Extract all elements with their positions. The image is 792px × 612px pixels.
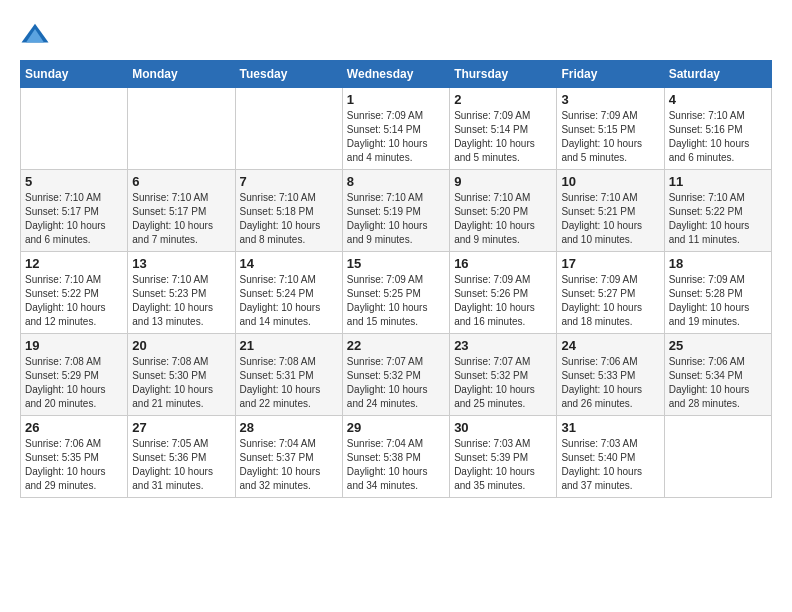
- day-info: Sunrise: 7:09 AM Sunset: 5:14 PM Dayligh…: [454, 109, 552, 165]
- calendar-cell: 24Sunrise: 7:06 AM Sunset: 5:33 PM Dayli…: [557, 334, 664, 416]
- day-info: Sunrise: 7:08 AM Sunset: 5:29 PM Dayligh…: [25, 355, 123, 411]
- day-number: 13: [132, 256, 230, 271]
- calendar-cell: 15Sunrise: 7:09 AM Sunset: 5:25 PM Dayli…: [342, 252, 449, 334]
- day-number: 21: [240, 338, 338, 353]
- day-info: Sunrise: 7:10 AM Sunset: 5:17 PM Dayligh…: [25, 191, 123, 247]
- day-info: Sunrise: 7:10 AM Sunset: 5:20 PM Dayligh…: [454, 191, 552, 247]
- calendar-cell: 26Sunrise: 7:06 AM Sunset: 5:35 PM Dayli…: [21, 416, 128, 498]
- calendar-cell: 30Sunrise: 7:03 AM Sunset: 5:39 PM Dayli…: [450, 416, 557, 498]
- calendar-cell: 19Sunrise: 7:08 AM Sunset: 5:29 PM Dayli…: [21, 334, 128, 416]
- day-info: Sunrise: 7:08 AM Sunset: 5:30 PM Dayligh…: [132, 355, 230, 411]
- weekday-header: Wednesday: [342, 61, 449, 88]
- day-number: 25: [669, 338, 767, 353]
- day-info: Sunrise: 7:09 AM Sunset: 5:28 PM Dayligh…: [669, 273, 767, 329]
- calendar-cell: 16Sunrise: 7:09 AM Sunset: 5:26 PM Dayli…: [450, 252, 557, 334]
- calendar-cell: [21, 88, 128, 170]
- calendar-cell: 7Sunrise: 7:10 AM Sunset: 5:18 PM Daylig…: [235, 170, 342, 252]
- day-number: 31: [561, 420, 659, 435]
- day-info: Sunrise: 7:10 AM Sunset: 5:22 PM Dayligh…: [669, 191, 767, 247]
- calendar-cell: 31Sunrise: 7:03 AM Sunset: 5:40 PM Dayli…: [557, 416, 664, 498]
- logo-icon: [20, 20, 50, 50]
- day-info: Sunrise: 7:06 AM Sunset: 5:35 PM Dayligh…: [25, 437, 123, 493]
- day-info: Sunrise: 7:06 AM Sunset: 5:33 PM Dayligh…: [561, 355, 659, 411]
- calendar-cell: [664, 416, 771, 498]
- day-number: 3: [561, 92, 659, 107]
- day-number: 1: [347, 92, 445, 107]
- day-info: Sunrise: 7:09 AM Sunset: 5:27 PM Dayligh…: [561, 273, 659, 329]
- day-number: 7: [240, 174, 338, 189]
- calendar-week-row: 19Sunrise: 7:08 AM Sunset: 5:29 PM Dayli…: [21, 334, 772, 416]
- calendar-cell: 18Sunrise: 7:09 AM Sunset: 5:28 PM Dayli…: [664, 252, 771, 334]
- day-info: Sunrise: 7:10 AM Sunset: 5:23 PM Dayligh…: [132, 273, 230, 329]
- day-info: Sunrise: 7:09 AM Sunset: 5:25 PM Dayligh…: [347, 273, 445, 329]
- day-number: 5: [25, 174, 123, 189]
- calendar-cell: 28Sunrise: 7:04 AM Sunset: 5:37 PM Dayli…: [235, 416, 342, 498]
- calendar-cell: 10Sunrise: 7:10 AM Sunset: 5:21 PM Dayli…: [557, 170, 664, 252]
- day-info: Sunrise: 7:07 AM Sunset: 5:32 PM Dayligh…: [454, 355, 552, 411]
- day-number: 23: [454, 338, 552, 353]
- weekday-header: Saturday: [664, 61, 771, 88]
- day-info: Sunrise: 7:10 AM Sunset: 5:19 PM Dayligh…: [347, 191, 445, 247]
- calendar-table: SundayMondayTuesdayWednesdayThursdayFrid…: [20, 60, 772, 498]
- page-header: [20, 20, 772, 50]
- calendar-cell: 5Sunrise: 7:10 AM Sunset: 5:17 PM Daylig…: [21, 170, 128, 252]
- day-number: 30: [454, 420, 552, 435]
- day-info: Sunrise: 7:10 AM Sunset: 5:21 PM Dayligh…: [561, 191, 659, 247]
- day-info: Sunrise: 7:04 AM Sunset: 5:37 PM Dayligh…: [240, 437, 338, 493]
- day-info: Sunrise: 7:10 AM Sunset: 5:18 PM Dayligh…: [240, 191, 338, 247]
- weekday-header: Sunday: [21, 61, 128, 88]
- weekday-header: Thursday: [450, 61, 557, 88]
- calendar-cell: 25Sunrise: 7:06 AM Sunset: 5:34 PM Dayli…: [664, 334, 771, 416]
- day-info: Sunrise: 7:10 AM Sunset: 5:24 PM Dayligh…: [240, 273, 338, 329]
- day-number: 9: [454, 174, 552, 189]
- calendar-cell: 13Sunrise: 7:10 AM Sunset: 5:23 PM Dayli…: [128, 252, 235, 334]
- calendar-week-row: 26Sunrise: 7:06 AM Sunset: 5:35 PM Dayli…: [21, 416, 772, 498]
- calendar-header-row: SundayMondayTuesdayWednesdayThursdayFrid…: [21, 61, 772, 88]
- calendar-cell: 14Sunrise: 7:10 AM Sunset: 5:24 PM Dayli…: [235, 252, 342, 334]
- day-number: 20: [132, 338, 230, 353]
- day-info: Sunrise: 7:03 AM Sunset: 5:39 PM Dayligh…: [454, 437, 552, 493]
- day-number: 17: [561, 256, 659, 271]
- day-number: 4: [669, 92, 767, 107]
- day-number: 22: [347, 338, 445, 353]
- calendar-cell: 4Sunrise: 7:10 AM Sunset: 5:16 PM Daylig…: [664, 88, 771, 170]
- calendar-cell: 27Sunrise: 7:05 AM Sunset: 5:36 PM Dayli…: [128, 416, 235, 498]
- calendar-cell: 12Sunrise: 7:10 AM Sunset: 5:22 PM Dayli…: [21, 252, 128, 334]
- calendar-cell: 22Sunrise: 7:07 AM Sunset: 5:32 PM Dayli…: [342, 334, 449, 416]
- day-info: Sunrise: 7:09 AM Sunset: 5:14 PM Dayligh…: [347, 109, 445, 165]
- day-number: 12: [25, 256, 123, 271]
- day-info: Sunrise: 7:09 AM Sunset: 5:15 PM Dayligh…: [561, 109, 659, 165]
- day-info: Sunrise: 7:10 AM Sunset: 5:16 PM Dayligh…: [669, 109, 767, 165]
- day-number: 2: [454, 92, 552, 107]
- weekday-header: Friday: [557, 61, 664, 88]
- day-number: 14: [240, 256, 338, 271]
- calendar-cell: 1Sunrise: 7:09 AM Sunset: 5:14 PM Daylig…: [342, 88, 449, 170]
- day-number: 8: [347, 174, 445, 189]
- calendar-cell: 17Sunrise: 7:09 AM Sunset: 5:27 PM Dayli…: [557, 252, 664, 334]
- weekday-header: Monday: [128, 61, 235, 88]
- day-info: Sunrise: 7:04 AM Sunset: 5:38 PM Dayligh…: [347, 437, 445, 493]
- logo: [20, 20, 56, 50]
- day-info: Sunrise: 7:06 AM Sunset: 5:34 PM Dayligh…: [669, 355, 767, 411]
- calendar-cell: 11Sunrise: 7:10 AM Sunset: 5:22 PM Dayli…: [664, 170, 771, 252]
- calendar-cell: 6Sunrise: 7:10 AM Sunset: 5:17 PM Daylig…: [128, 170, 235, 252]
- day-number: 15: [347, 256, 445, 271]
- day-number: 16: [454, 256, 552, 271]
- day-number: 28: [240, 420, 338, 435]
- weekday-header: Tuesday: [235, 61, 342, 88]
- day-number: 29: [347, 420, 445, 435]
- day-number: 26: [25, 420, 123, 435]
- calendar-cell: 9Sunrise: 7:10 AM Sunset: 5:20 PM Daylig…: [450, 170, 557, 252]
- calendar-cell: 21Sunrise: 7:08 AM Sunset: 5:31 PM Dayli…: [235, 334, 342, 416]
- day-info: Sunrise: 7:10 AM Sunset: 5:17 PM Dayligh…: [132, 191, 230, 247]
- day-number: 6: [132, 174, 230, 189]
- day-info: Sunrise: 7:09 AM Sunset: 5:26 PM Dayligh…: [454, 273, 552, 329]
- calendar-cell: [235, 88, 342, 170]
- day-info: Sunrise: 7:10 AM Sunset: 5:22 PM Dayligh…: [25, 273, 123, 329]
- calendar-cell: 2Sunrise: 7:09 AM Sunset: 5:14 PM Daylig…: [450, 88, 557, 170]
- calendar-cell: 29Sunrise: 7:04 AM Sunset: 5:38 PM Dayli…: [342, 416, 449, 498]
- calendar-week-row: 1Sunrise: 7:09 AM Sunset: 5:14 PM Daylig…: [21, 88, 772, 170]
- day-number: 10: [561, 174, 659, 189]
- day-number: 24: [561, 338, 659, 353]
- calendar-week-row: 5Sunrise: 7:10 AM Sunset: 5:17 PM Daylig…: [21, 170, 772, 252]
